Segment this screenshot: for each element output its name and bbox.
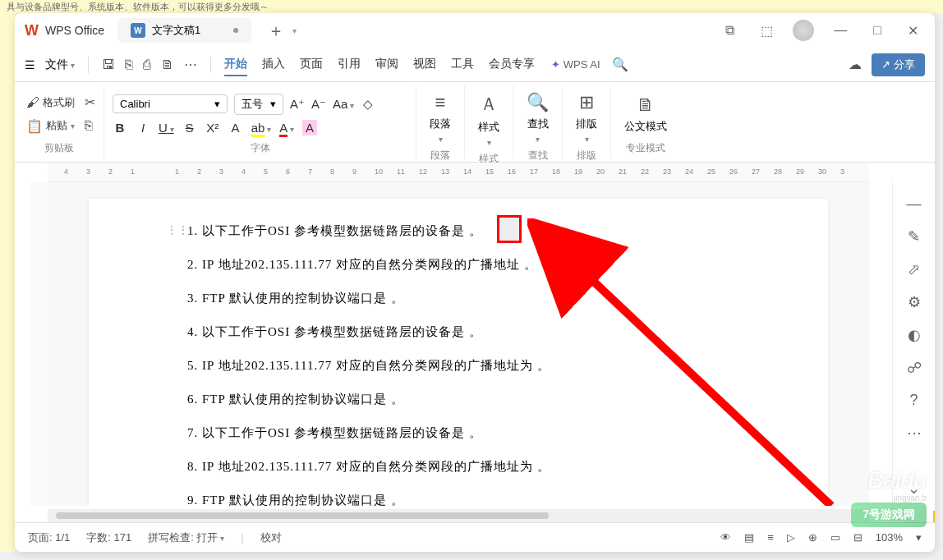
play-icon[interactable]: ▷	[787, 531, 795, 544]
web-view-icon[interactable]: ⊕	[808, 531, 817, 544]
tab-review[interactable]: 审阅	[375, 53, 398, 76]
ruler-tick: 16	[508, 168, 516, 176]
tab-view[interactable]: 视图	[413, 53, 436, 76]
zoom-level[interactable]: 103%	[876, 531, 903, 544]
vertical-ruler[interactable]	[30, 182, 48, 506]
layout-btn-label: 排版	[576, 117, 597, 131]
more-qat-icon[interactable]: ⋯	[184, 57, 197, 72]
ruler-tick: 22	[641, 168, 649, 176]
document-line[interactable]: 3. FTP 默认使用的控制协议端口是 。	[187, 291, 729, 306]
save-icon[interactable]: 🖫	[102, 57, 115, 72]
tab-reference[interactable]: 引用	[338, 53, 361, 76]
format-painter-button[interactable]: 🖌格式刷	[23, 94, 78, 112]
tab-page[interactable]: 页面	[300, 53, 323, 76]
share-button[interactable]: ↗ 分享	[872, 53, 925, 76]
document-line[interactable]: 9. FTP 默认使用的控制协议端口是 。	[187, 493, 729, 506]
collapse-panel-icon[interactable]: —	[907, 195, 922, 213]
official-mode-button[interactable]: 🗎 公文模式	[619, 91, 672, 137]
tab-start[interactable]: 开始	[224, 53, 247, 76]
multi-window-icon[interactable]: ⧉	[719, 20, 741, 41]
proofread-status[interactable]: 校对	[260, 530, 282, 545]
help-icon[interactable]: ?	[909, 392, 918, 409]
scrollbar-thumb[interactable]	[56, 512, 549, 519]
style-button[interactable]: Ａ 样式	[473, 89, 504, 150]
spell-check-status[interactable]: 拼写检查: 打开	[148, 530, 224, 545]
wps-ai-button[interactable]: ✦ WPS AI	[551, 58, 600, 71]
document-scroll[interactable]: ⋮⋮ 1. 以下工作于OSI 参考模型数据链路层的设备是 。2. IP 地址20…	[48, 182, 869, 506]
new-tab-dropdown[interactable]: ▾	[292, 26, 297, 35]
collapse-chevron-icon[interactable]: ⌄	[908, 480, 920, 498]
eye-view-icon[interactable]: 👁	[720, 531, 731, 544]
page-layout-icon[interactable]: ▭	[830, 531, 840, 544]
superscript-button[interactable]: X²	[205, 121, 220, 135]
style-group: Ａ 样式 样式	[465, 85, 513, 158]
bold-button[interactable]: B	[113, 121, 127, 135]
read-mode-icon[interactable]: ▤	[744, 531, 754, 544]
page-indicator[interactable]: 页面: 1/1	[28, 530, 70, 545]
maximize-button[interactable]: □	[867, 20, 888, 41]
palette-icon[interactable]: ◐	[908, 326, 921, 344]
document-line[interactable]: 8. IP 地址202.135.111.77 对应的自然分类网段的广播地址为 。	[187, 459, 729, 475]
copy-icon[interactable]: ⎘	[85, 118, 93, 133]
clear-format-icon[interactable]: ◇	[361, 97, 375, 112]
italic-button[interactable]: I	[136, 121, 150, 135]
paste-button[interactable]: 📋粘贴	[23, 117, 78, 135]
document-line[interactable]: 5. IP 地址202.135.111.77 对应的自然分类网段的广播地址为 。	[187, 358, 729, 374]
change-case-icon[interactable]: Aa	[333, 97, 354, 111]
horizontal-ruler[interactable]: 4321123456789101112131415161718192021222…	[48, 163, 869, 182]
print-layout-icon[interactable]: ⊟	[853, 531, 862, 544]
highlight-button[interactable]: ab	[251, 121, 271, 135]
more-tools-icon[interactable]: ⋯	[907, 424, 922, 442]
menu-right-group: ☁ ↗ 分享	[849, 53, 925, 76]
tab-member[interactable]: 会员专享	[489, 53, 535, 76]
export-icon[interactable]: ⎘	[125, 57, 133, 72]
shading-button[interactable]: A	[302, 120, 317, 135]
zoom-dropdown-icon[interactable]: ▾	[916, 531, 922, 544]
find-button[interactable]: 🔍 查找	[522, 89, 554, 147]
font-color-button[interactable]: A	[279, 121, 294, 135]
share-icon: ↗	[881, 58, 890, 71]
tab-tools[interactable]: 工具	[451, 53, 474, 76]
pen-tool-icon[interactable]: ✎	[908, 227, 920, 246]
outline-mode-icon[interactable]: ≡	[767, 531, 774, 544]
cube-icon[interactable]: ⬚	[754, 20, 780, 42]
settings-sliders-icon[interactable]: ⚙	[908, 293, 921, 311]
drag-handle-icon[interactable]: ⋮⋮	[166, 223, 189, 236]
close-button[interactable]: ✕	[901, 20, 925, 42]
shrink-font-icon[interactable]: A⁻	[311, 97, 326, 112]
cloud-upload-icon[interactable]: ☁	[849, 57, 862, 72]
search-icon[interactable]: 🔍	[612, 57, 628, 72]
title-bar: W WPS Office W 文字文稿1 ＋ ▾ ⧉ ⬚ — □ ✕	[15, 13, 935, 48]
tab-insert[interactable]: 插入	[262, 53, 285, 76]
font-size-select[interactable]: 五号▾	[234, 94, 283, 115]
document-tab[interactable]: W 文字文稿1	[117, 18, 251, 43]
document-line[interactable]: 1. 以下工作于OSI 参考模型数据链路层的设备是 。	[187, 223, 729, 239]
document-line[interactable]: 2. IP 地址202.135.111.77 对应的自然分类网段的广播地址 。	[187, 257, 729, 273]
document-line[interactable]: 7. 以下工作于OSI 参考模型数据链路层的设备是 。	[187, 425, 729, 441]
cursor-tool-icon[interactable]: ⬀	[908, 260, 920, 278]
document-line[interactable]: 4. 以下工作于OSI 参考模型数据链路层的设备是 。	[187, 324, 729, 340]
ruler-tick: 29	[796, 168, 804, 176]
strikethrough-button[interactable]: S	[182, 121, 197, 135]
link-tool-icon[interactable]: ☍	[907, 359, 922, 377]
layout-button[interactable]: ⊞ 排版	[571, 89, 602, 147]
print-preview-icon[interactable]: 🗎	[161, 57, 174, 72]
grow-font-icon[interactable]: A⁺	[290, 97, 305, 112]
new-tab-button[interactable]: ＋	[261, 16, 291, 45]
hamburger-icon[interactable]: ☰	[25, 58, 35, 71]
document-line[interactable]: 6. FTP 默认使用的控制协议端口是 。	[187, 392, 729, 407]
font-name-value: Calibri	[120, 98, 150, 110]
horizontal-scrollbar[interactable]	[48, 509, 869, 522]
clipboard-label: 剪贴板	[23, 141, 95, 155]
text-effect-button[interactable]: A	[228, 121, 243, 135]
cut-icon[interactable]: ✂	[85, 94, 95, 110]
word-count[interactable]: 字数: 171	[86, 530, 131, 545]
font-family-select[interactable]: Calibri▾	[113, 94, 228, 113]
underline-button[interactable]: U	[159, 121, 174, 135]
print-icon[interactable]: ⎙	[143, 57, 151, 72]
minimize-button[interactable]: —	[827, 20, 853, 41]
user-avatar[interactable]	[793, 20, 814, 41]
file-menu[interactable]: 文件	[45, 57, 75, 72]
paragraph-button[interactable]: ≡ 段落	[425, 89, 456, 147]
document-page[interactable]: ⋮⋮ 1. 以下工作于OSI 参考模型数据链路层的设备是 。2. IP 地址20…	[89, 199, 828, 506]
